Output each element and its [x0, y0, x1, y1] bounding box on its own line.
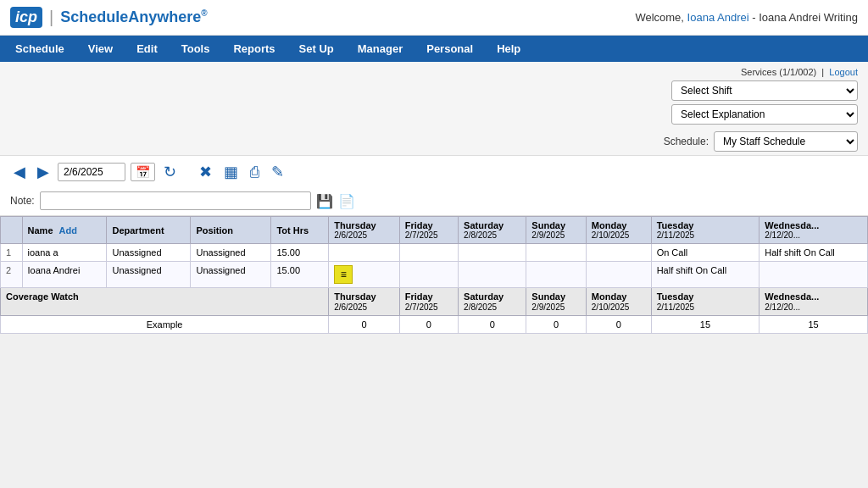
row-2-num: 2: [1, 262, 23, 288]
col-position: Position: [191, 217, 271, 244]
nav-bar: Schedule View Edit Tools Reports Set Up …: [0, 36, 868, 62]
schedule-table: Name Add Department Position Tot Hrs Thu…: [0, 216, 868, 334]
paste-button[interactable]: ⎙: [247, 162, 263, 183]
row-2-sunday: [526, 262, 586, 288]
coverage-watch-label: Coverage Watch: [1, 288, 329, 316]
col-sunday: Sunday2/9/2025: [526, 217, 586, 244]
row-1-name: ioana a: [22, 244, 107, 262]
row-1-dept: Unassigned: [107, 244, 191, 262]
sub-header: Services (1/1/002) | Logout Select Shift…: [0, 62, 868, 156]
coverage-col-sunday: Sunday2/9/2025: [526, 288, 586, 316]
col-friday: Friday2/7/2025: [399, 217, 458, 244]
schedule-table-wrap: Name Add Department Position Tot Hrs Thu…: [0, 216, 868, 334]
row-1-saturday: [459, 244, 526, 262]
coverage-saturday-val: 0: [459, 316, 526, 334]
refresh-button[interactable]: ↻: [160, 161, 180, 183]
nav-reports[interactable]: Reports: [221, 36, 287, 62]
logout-link[interactable]: Logout: [829, 67, 858, 77]
date-input[interactable]: [58, 163, 125, 181]
row-2-pos: Unassigned: [191, 262, 271, 288]
select-shift-dropdown[interactable]: Select Shift: [671, 80, 858, 101]
row-2-monday: [586, 262, 651, 288]
coverage-col-monday: Monday2/10/2025: [586, 288, 651, 316]
back-button[interactable]: ◀: [10, 161, 29, 183]
user-link[interactable]: Ioana Andrei: [687, 11, 749, 24]
row-2-name: Ioana Andrei: [22, 262, 107, 288]
logo-area: icp | ScheduleAnywhere®: [10, 7, 208, 28]
shift-icon[interactable]: ≡: [334, 265, 353, 284]
row-1-wednesday: Half shift On Call: [760, 244, 868, 262]
nav-schedule[interactable]: Schedule: [3, 36, 76, 62]
logo-divider: |: [49, 8, 53, 27]
coverage-wednesday-val: 15: [760, 316, 868, 334]
coverage-example-label: Example: [1, 316, 329, 334]
coverage-col-tuesday: Tuesday2/11/2025: [651, 288, 760, 316]
table-header-row: Name Add Department Position Tot Hrs Thu…: [1, 217, 868, 244]
coverage-col-wednesday: Wednesda...2/12/20...: [760, 288, 868, 316]
col-tothrs: Tot Hrs: [271, 217, 329, 244]
add-name-link[interactable]: Add: [59, 225, 77, 236]
row-2-dept: Unassigned: [107, 262, 191, 288]
nav-help[interactable]: Help: [485, 36, 532, 62]
row-2-friday: [399, 262, 458, 288]
note-export-button[interactable]: 📄: [338, 193, 355, 209]
col-thursday: Thursday2/6/2025: [329, 217, 400, 244]
row-2-tuesday: Half shift On Call: [651, 262, 760, 288]
row-1-pos: Unassigned: [191, 244, 271, 262]
nav-setup[interactable]: Set Up: [287, 36, 346, 62]
pen-button[interactable]: ✎: [268, 161, 287, 183]
coverage-thursday-val: 0: [329, 316, 400, 334]
cut-button[interactable]: ✖: [196, 161, 215, 183]
nav-personal[interactable]: Personal: [415, 36, 485, 62]
coverage-example-row: Example 0 0 0 0 0 15 15: [1, 316, 868, 334]
note-save-button[interactable]: 💾: [316, 193, 333, 209]
welcome-area: Welcome, Ioana Andrei - Ioana Andrei Wri…: [635, 11, 858, 24]
select-explanation-dropdown[interactable]: Select Explanation: [671, 104, 858, 125]
logo-name: ScheduleAnywhere®: [60, 8, 207, 26]
coverage-col-friday: Friday2/7/2025: [399, 288, 458, 316]
row-1-monday: [586, 244, 651, 262]
coverage-friday-val: 0: [399, 316, 458, 334]
note-input[interactable]: [40, 191, 311, 210]
coverage-col-saturday: Saturday2/8/2025: [459, 288, 526, 316]
nav-view[interactable]: View: [76, 36, 125, 62]
top-header: icp | ScheduleAnywhere® Welcome, Ioana A…: [0, 0, 868, 36]
row-1-hrs: 15.00: [271, 244, 329, 262]
row-1-sunday: [526, 244, 586, 262]
row-1-friday: [399, 244, 458, 262]
dropdowns-row: Select Shift Select Explanation Schedule…: [664, 80, 858, 152]
col-saturday: Saturday2/8/2025: [459, 217, 526, 244]
coverage-tuesday-val: 15: [651, 316, 760, 334]
logo-icp: icp: [10, 7, 42, 28]
coverage-col-thursday: Thursday2/6/2025: [329, 288, 400, 316]
logout-row: Services (1/1/002) | Logout: [741, 67, 858, 77]
calendar-button[interactable]: 📅: [131, 163, 155, 181]
col-name: Name Add: [22, 217, 107, 244]
row-2-wednesday: [760, 262, 868, 288]
nav-manager[interactable]: Manager: [346, 36, 415, 62]
row-2-thursday[interactable]: ≡: [329, 262, 400, 288]
coverage-header-row: Coverage Watch Thursday2/6/2025 Friday2/…: [1, 288, 868, 316]
row-1-num: 1: [1, 244, 23, 262]
note-label: Note:: [10, 195, 35, 207]
coverage-sunday-val: 0: [526, 316, 586, 334]
col-tuesday: Tuesday2/11/2025: [651, 217, 760, 244]
coverage-monday-val: 0: [586, 316, 651, 334]
row-2-saturday: [459, 262, 526, 288]
table-row: 2 Ioana Andrei Unassigned Unassigned 15.…: [1, 262, 868, 288]
row-1-tuesday: On Call: [651, 244, 760, 262]
col-num: [1, 217, 23, 244]
row-2-hrs: 15.00: [271, 262, 329, 288]
toolbar: ◀ ▶ 📅 ↻ ✖ ▦ ⎙ ✎ Note: 💾 📄: [0, 156, 868, 216]
col-department: Department: [107, 217, 191, 244]
col-wednesday: Wednesda...2/12/20...: [760, 217, 868, 244]
table-row: 1 ioana a Unassigned Unassigned 15.00 On…: [1, 244, 868, 262]
forward-button[interactable]: ▶: [34, 161, 53, 183]
col-monday: Monday2/10/2025: [586, 217, 651, 244]
nav-tools[interactable]: Tools: [170, 36, 222, 62]
schedule-dropdown[interactable]: My Staff Schedule: [714, 131, 858, 152]
copy-button[interactable]: ▦: [220, 161, 242, 183]
schedule-label: Schedule:: [664, 136, 709, 147]
nav-edit[interactable]: Edit: [125, 36, 170, 62]
schedule-row: Schedule: My Staff Schedule: [664, 131, 858, 152]
